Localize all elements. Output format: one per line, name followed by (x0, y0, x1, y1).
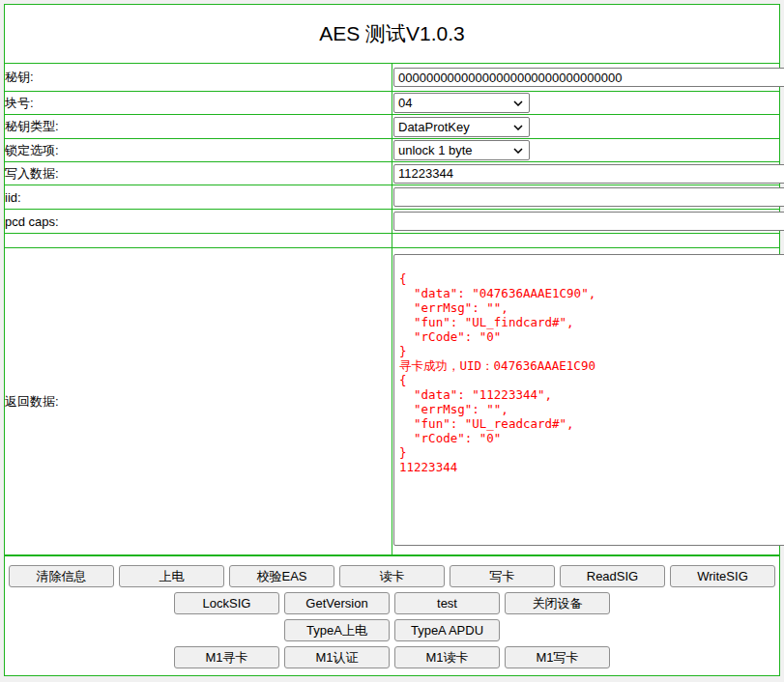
write-sig-button[interactable]: WriteSIG (670, 565, 775, 587)
write-data-row: 写入数据: (5, 162, 780, 185)
close-device-button[interactable]: 关闭设备 (505, 592, 610, 614)
block-number-select[interactable]: 04 (393, 93, 530, 113)
write-data-input[interactable] (393, 164, 784, 184)
button-row-3: TypeA上电 TypeA APDU (9, 619, 775, 641)
power-on-button[interactable]: 上电 (119, 565, 224, 587)
lock-option-select[interactable]: unlock 1 byte (393, 140, 530, 160)
key-type-cell: DataProtKey (392, 115, 780, 139)
read-sig-button[interactable]: ReadSIG (560, 565, 665, 587)
typea-power-on-button[interactable]: TypeA上电 (284, 619, 390, 641)
block-number-cell: 04 (392, 92, 780, 115)
verify-eas-button[interactable]: 校验EAS (229, 565, 334, 587)
write-card-button[interactable]: 写卡 (450, 565, 555, 587)
iid-input[interactable] (393, 187, 784, 207)
key-type-select-wrap: DataProtKey (393, 117, 530, 137)
block-number-row: 块号: 04 (5, 92, 780, 115)
key-type-label: 秘钥类型: (5, 115, 392, 139)
key-type-select[interactable]: DataProtKey (393, 117, 530, 137)
read-card-button[interactable]: 读卡 (339, 565, 445, 587)
lock-option-row: 锁定选项: unlock 1 byte (5, 139, 780, 162)
spacer-row (5, 234, 780, 248)
m1-auth-button[interactable]: M1认证 (284, 646, 390, 668)
pcd-caps-input[interactable] (393, 212, 784, 231)
clear-info-button[interactable]: 清除信息 (9, 565, 114, 587)
pcd-caps-label: pcd caps: (5, 210, 392, 234)
return-data-row: 返回数据: { "data": "047636AAAE1C90", "errMs… (5, 248, 780, 555)
return-data-label: 返回数据: (5, 248, 392, 555)
key-type-row: 秘钥类型: DataProtKey (5, 115, 780, 139)
test-button[interactable]: test (394, 592, 500, 614)
title-row: AES 测试V1.0.3 (5, 5, 780, 64)
spacer-label-cell (5, 234, 392, 248)
get-version-button[interactable]: GetVersion (284, 592, 390, 614)
secret-key-cell (392, 64, 780, 92)
aes-test-page: AES 测试V1.0.3 秘钥: 块号: 04 秘钥类型: (4, 4, 780, 676)
pcd-caps-row: pcd caps: (5, 210, 780, 234)
button-row-2: LockSIG GetVersion test 关闭设备 (9, 592, 775, 614)
secret-key-input[interactable] (393, 68, 784, 87)
buttons-panel: 清除信息 上电 校验EAS 读卡 写卡 ReadSIG WriteSIG Loc… (4, 555, 780, 676)
m1-read-card-button[interactable]: M1读卡 (394, 646, 500, 668)
write-data-cell (392, 162, 780, 185)
write-data-label: 写入数据: (5, 162, 392, 185)
m1-find-card-button[interactable]: M1寻卡 (174, 646, 279, 668)
title-cell: AES 测试V1.0.3 (5, 5, 780, 64)
block-number-select-wrap: 04 (393, 93, 530, 113)
m1-write-card-button[interactable]: M1写卡 (505, 646, 610, 668)
pcd-caps-cell (392, 210, 780, 234)
iid-cell (392, 185, 780, 210)
button-row-4: M1寻卡 M1认证 M1读卡 M1写卡 (9, 646, 775, 668)
lock-option-label: 锁定选项: (5, 139, 392, 162)
iid-label: iid: (5, 185, 392, 210)
spacer-content-cell (392, 234, 780, 248)
lock-option-cell: unlock 1 byte (392, 139, 780, 162)
lock-option-select-wrap: unlock 1 byte (393, 140, 530, 160)
secret-key-label: 秘钥: (5, 64, 392, 92)
button-row-1: 清除信息 上电 校验EAS 读卡 写卡 ReadSIG WriteSIG (9, 565, 775, 587)
form-table: AES 测试V1.0.3 秘钥: 块号: 04 秘钥类型: (4, 4, 780, 555)
page-title: AES 测试V1.0.3 (5, 20, 779, 47)
return-data-textarea[interactable]: { "data": "047636AAAE1C90", "errMsg": ""… (393, 254, 784, 546)
secret-key-row: 秘钥: (5, 64, 780, 92)
block-number-label: 块号: (5, 92, 392, 115)
lock-sig-button[interactable]: LockSIG (174, 592, 279, 614)
iid-row: iid: (5, 185, 780, 210)
return-data-cell: { "data": "047636AAAE1C90", "errMsg": ""… (392, 248, 780, 555)
typea-apdu-button[interactable]: TypeA APDU (394, 619, 500, 641)
